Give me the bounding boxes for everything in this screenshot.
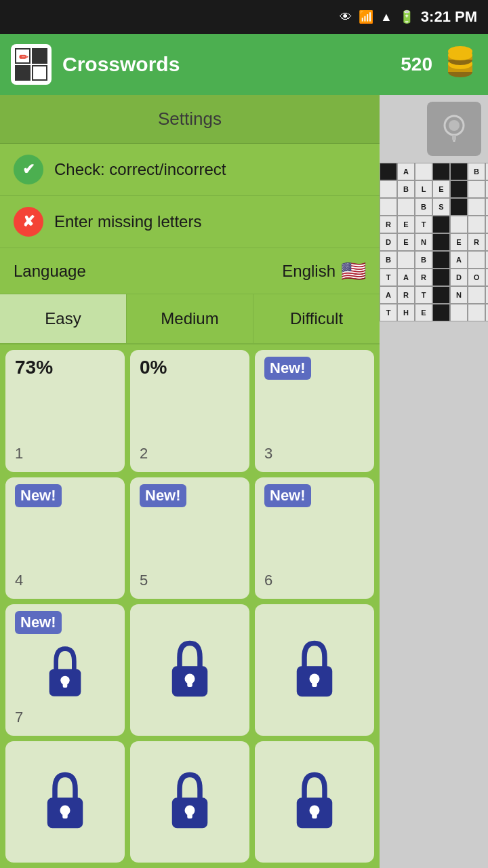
crossword-cell: E (450, 233, 468, 251)
puzzle-card-11[interactable] (130, 741, 249, 863)
new-badge: New! (15, 484, 62, 507)
crossword-cell: T (380, 304, 397, 321)
difficulty-tabs: Easy Medium Difficult (0, 294, 380, 344)
x-icon: ✘ (14, 207, 43, 237)
tab-easy[interactable]: Easy (0, 294, 127, 343)
new-badge: New! (264, 357, 311, 380)
language-row[interactable]: Language English 🇺🇸 (0, 248, 380, 294)
crossword-cell (432, 269, 450, 286)
crossword-cell: R (397, 286, 415, 304)
puzzle-card-5[interactable]: New! 5 (130, 477, 249, 599)
tab-difficult[interactable]: Difficult (253, 294, 380, 343)
settings-header: Settings (0, 95, 380, 144)
svg-rect-2 (16, 66, 30, 80)
hint-button[interactable] (427, 102, 481, 156)
crossword-cell (397, 198, 415, 216)
language-text: English (282, 262, 336, 281)
puzzle-card-2[interactable]: 0% 2 (130, 350, 249, 472)
right-panel: ABBLEBSRETDENERBBARTARDONARTNTTHEE (380, 95, 488, 868)
svg-rect-3 (33, 66, 47, 80)
crossword-cell: R (380, 216, 397, 233)
crossword-cell (468, 198, 485, 216)
enter-missing-label: Enter missing letters (54, 212, 201, 231)
crossword-cell: R (485, 251, 488, 269)
crossword-cell (468, 180, 485, 198)
coins-icon (443, 45, 477, 85)
wifi-icon: 📶 (359, 9, 373, 24)
crossword-cell: T (415, 216, 432, 233)
puzzle-card-7[interactable]: New! 7 (5, 604, 125, 736)
lock-icon (140, 748, 240, 854)
crossword-cell: B (415, 251, 432, 269)
left-panel: Settings ✔ Check: correct/incorrect ✘ En… (0, 95, 380, 868)
puzzle-card-3[interactable]: New! 3 (255, 350, 374, 472)
main-layout: Settings ✔ Check: correct/incorrect ✘ En… (0, 95, 488, 868)
crossword-cell (432, 233, 450, 251)
puzzle-card-9[interactable] (255, 604, 374, 736)
crossword-cell: N (415, 233, 432, 251)
card-number: 4 (15, 572, 115, 589)
check-correct-item[interactable]: ✔ Check: correct/incorrect (0, 144, 380, 196)
svg-rect-23 (62, 810, 68, 818)
eye-icon: 👁 (340, 10, 352, 24)
lock-icon (140, 611, 240, 726)
svg-rect-14 (63, 680, 68, 688)
puzzle-card-6[interactable]: New! 6 (255, 477, 374, 599)
crossword-cell (432, 163, 450, 180)
check-correct-label: Check: correct/incorrect (54, 160, 226, 179)
crossword-cell (450, 216, 468, 233)
svg-rect-1 (33, 49, 47, 63)
crossword-cell: S (432, 198, 450, 216)
crossword-cell: O (468, 269, 485, 286)
coin-count: 520 (401, 54, 432, 75)
puzzle-card-4[interactable]: New! 4 (5, 477, 125, 599)
crossword-cell: D (450, 269, 468, 286)
crossword-cell: H (397, 304, 415, 321)
crossword-cell: E (432, 180, 450, 198)
crossword-cell (432, 286, 450, 304)
new-badge: New! (264, 484, 311, 507)
crossword-cell (432, 304, 450, 321)
puzzle-card-1[interactable]: 73% 1 (5, 350, 125, 472)
svg-rect-33 (452, 135, 456, 140)
crossword-cell: D (380, 233, 397, 251)
tab-medium[interactable]: Medium (127, 294, 253, 343)
crossword-cell (380, 198, 397, 216)
crossword-cell (468, 216, 485, 233)
battery-icon: 🔋 (399, 9, 414, 24)
card-number: 3 (264, 445, 365, 462)
crossword-cell: N (485, 269, 488, 286)
crossword-cell: A (450, 251, 468, 269)
crossword-cell (485, 286, 488, 304)
crossword-cell (380, 163, 397, 180)
status-bar: 👁 📶 ▲ 🔋 3:21 PM (0, 0, 488, 34)
puzzle-card-8[interactable] (130, 604, 249, 736)
puzzle-card-12[interactable] (255, 741, 374, 863)
language-value: English 🇺🇸 (282, 259, 366, 283)
crossword-cell: T (415, 286, 432, 304)
crossword-cell: A (380, 286, 397, 304)
svg-rect-20 (312, 679, 317, 687)
enter-missing-item[interactable]: ✘ Enter missing letters (0, 196, 380, 248)
crossword-cell: B (415, 198, 432, 216)
crossword-cell: E (415, 304, 432, 321)
crossword-cell: A (397, 269, 415, 286)
crossword-cell: R (415, 269, 432, 286)
card-number: 1 (15, 445, 115, 462)
crossword-cell (450, 198, 468, 216)
crossword-cell (485, 304, 488, 321)
svg-rect-26 (187, 810, 192, 818)
crossword-cell (485, 233, 488, 251)
puzzle-card-10[interactable] (5, 741, 125, 863)
settings-title: Settings (158, 108, 222, 130)
check-icon: ✔ (14, 155, 43, 184)
card-number: 5 (140, 572, 240, 589)
crossword-cell: A (397, 163, 415, 180)
crossword-cell (468, 251, 485, 269)
status-time: 3:21 PM (421, 8, 477, 26)
crossword-cell: L (415, 180, 432, 198)
svg-point-32 (449, 120, 460, 131)
crossword-cell: B (380, 251, 397, 269)
signal-icon: ▲ (380, 10, 392, 24)
svg-text:✏: ✏ (19, 52, 29, 63)
